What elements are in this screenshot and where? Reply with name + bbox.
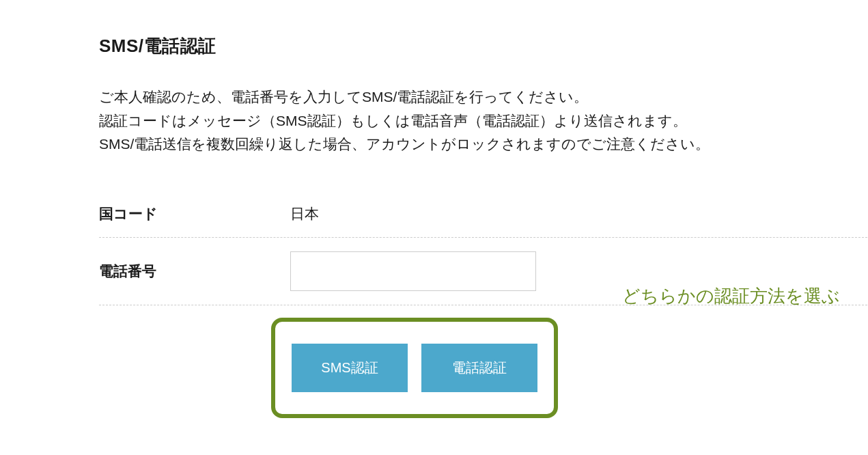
country-code-row: 国コード 日本 — [99, 191, 867, 238]
country-code-value: 日本 — [290, 204, 319, 223]
phone-label: 電話番号 — [99, 262, 290, 281]
sms-auth-button[interactable]: SMS認証 — [292, 344, 408, 392]
description-line-3: SMS/電話送信を複数回繰り返した場合、アカウントがロックされますのでご注意くだ… — [99, 133, 868, 156]
phone-auth-button[interactable]: 電話認証 — [421, 344, 537, 392]
phone-row: 電話番号 どちらかの認証方法を選ぶ — [99, 238, 867, 305]
country-code-label: 国コード — [99, 204, 290, 223]
description-line-1: ご本人確認のため、電話番号を入力してSMS/電話認証を行ってください。 — [99, 85, 868, 109]
helper-text: どちらかの認証方法を選ぶ — [622, 284, 840, 308]
phone-input[interactable] — [290, 251, 536, 291]
auth-button-group: SMS認証 電話認証 — [271, 318, 558, 418]
page-title: SMS/電話認証 — [99, 34, 868, 58]
description-block: ご本人確認のため、電話番号を入力してSMS/電話認証を行ってください。 認証コー… — [99, 85, 868, 156]
description-line-2: 認証コードはメッセージ（SMS認証）もしくは電話音声（電話認証）より送信されます… — [99, 109, 868, 133]
